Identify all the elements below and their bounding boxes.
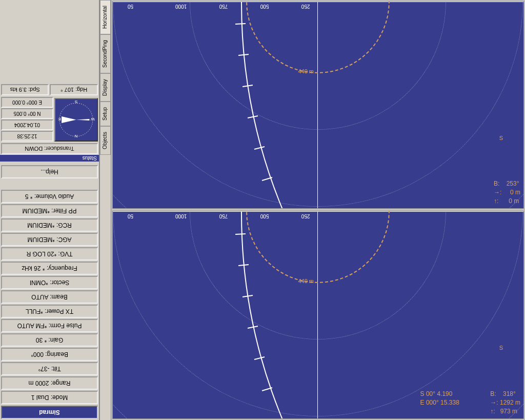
tab-objects[interactable]: Objects [100,126,111,155]
svg-marker-15 [76,119,90,121]
pulse-form-button[interactable]: Pulse Form: *FM AUTO [1,319,98,332]
svg-line-5 [238,265,249,266]
svg-line-2 [254,357,265,359]
tab-horizontal[interactable]: Horizontal [100,0,111,34]
svg-line-10 [248,116,258,118]
svg-point-7 [241,1,524,209]
tab-display[interactable]: Display [100,73,111,102]
brand-header[interactable]: Simrad [1,406,98,419]
gain-button[interactable]: Gain: * 30 [1,333,98,347]
tvg-button[interactable]: TVG: *20 LOG R [1,247,98,261]
up-value: 0 m [509,197,519,205]
svg-line-12 [238,55,249,56]
status-header: Status [0,155,99,162]
svg-point-0 [241,211,524,419]
readout-panel: B: 253° →: 0 m ↑: 0 m [494,179,520,205]
svg-line-6 [235,234,246,234]
lat-readout: S 00° 4.190 [420,390,487,398]
range-button[interactable]: Range: 2000 m [1,376,98,390]
compass-s-icon: S [74,99,77,104]
heading-status: Hdg: 107 ° [50,84,98,95]
bearing-button[interactable]: Bearing: 000° [1,348,98,361]
b-label: B: [490,390,496,397]
up-value: 973 m [500,407,517,414]
agc-button[interactable]: AGC: *MEDIUM [1,233,98,246]
compass-n-icon: N [74,134,77,138]
compass-e-icon: E [58,117,61,122]
up-label: ↑: [494,197,498,205]
svg-line-3 [248,326,258,328]
beam-button[interactable]: Beam: AUTO [1,290,98,304]
tab-secondping[interactable]: SecondPing [100,34,111,73]
lat-status: N 00° 0.005 [1,108,53,119]
sector-button[interactable]: Sector: *OMNI [1,276,98,289]
tilt-button[interactable]: Tilt: -37° [1,362,98,375]
pp-filter-button[interactable]: PP Filter: *MEDIUM [1,204,98,217]
arrow-label: →: [494,189,501,196]
vertical-tabs: Objects Setup Display SecondPing Horizon… [100,0,111,420]
lon-readout: E 000° 15.338 [420,398,487,407]
date-readout: 01.04.2004 [1,119,53,130]
lon-status: E 000° 0.000 [1,97,53,108]
readout-panel: S 00° 4.190 B: 318° E 000° 15.338 →: 129… [420,390,520,415]
range-ruler: 250 500 750 1000 50 [113,212,523,219]
svg-line-9 [254,147,265,150]
up-label: ↑: [490,407,495,414]
arrow-value: 1292 m [500,398,520,406]
sonar-panel-upper[interactable]: 440 m S S 00° 4.19 [112,211,524,419]
b-value: 253° [507,180,519,187]
b-label: B: [494,180,499,187]
range-ruler: 250 500 750 1000 50 [113,2,523,9]
bearing-scale [113,2,523,209]
mode-button[interactable]: Mode: Dual 1 [1,391,98,404]
compass: N S E W [54,98,98,142]
help-button[interactable]: Help... [1,165,98,178]
compass-w-icon: W [91,117,95,122]
audio-volume-button[interactable]: Audio Volume: * 5 [1,190,98,203]
control-sidebar: Simrad Mode: Dual 1 Range: 2000 m Tilt: … [0,0,100,420]
tab-setup[interactable]: Setup [100,102,111,126]
transducer-status[interactable]: Transducer: DOWN [1,143,98,154]
bearing-scale [113,212,523,419]
sonar-views: 440 m S S 00° 4.19 [111,0,525,420]
bearing-s-marker: S [499,345,503,351]
time-readout: 12:25:38 [1,131,53,142]
compass-needle-icon [62,116,76,123]
tx-power-button[interactable]: TX Power: *FULL [1,305,98,318]
arrow-value: 0 m [510,189,520,196]
sonar-panel-lower[interactable]: 440 m S B: 253° →: [112,1,524,209]
b-value: 318° [503,390,516,397]
frequency-button[interactable]: Frequency: * 26 kHz [1,262,98,275]
svg-line-13 [235,24,246,25]
bearing-s-marker: S [499,135,503,141]
arrow-label: →: [490,398,498,406]
rcg-button[interactable]: RCG: *MEDIUM [1,218,98,232]
speed-status: Spd: 3.9 kts [1,84,49,95]
